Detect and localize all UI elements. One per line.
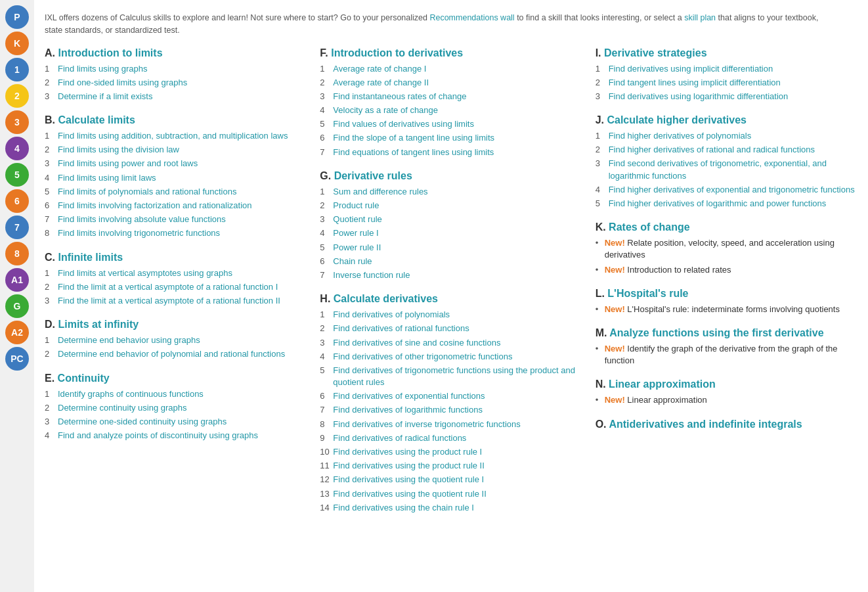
skill-link[interactable]: Inverse function rule — [333, 269, 410, 281]
skill-link[interactable]: Determine one-sided continuity using gra… — [58, 416, 227, 428]
section-d: D. Limits at infinity1Determine end beha… — [45, 319, 304, 360]
skill-link[interactable]: Find limits involving trigonometric func… — [58, 227, 220, 239]
skill-link[interactable]: Find derivatives of other trigonometric … — [333, 351, 512, 363]
skill-link[interactable]: Find limits using graphs — [58, 63, 148, 75]
skill-link[interactable]: Find derivatives of logarithmic function… — [333, 404, 483, 416]
sidebar-btn-k[interactable]: K — [5, 32, 29, 55]
skill-link[interactable]: Identify graphs of continuous functions — [58, 388, 204, 400]
recommendations-link[interactable]: Recommendations wall — [429, 13, 514, 22]
content-columns: A. Introduction to limits1Find limits us… — [45, 47, 855, 526]
skill-link[interactable]: Find derivatives of rational functions — [333, 323, 469, 334]
skill-link[interactable]: Sum and difference rules — [333, 186, 427, 198]
section-j-skill-list: 1Find higher derivatives of polynomials2… — [596, 130, 855, 210]
list-item: •New! Introduction to related rates — [596, 264, 855, 276]
skill-link[interactable]: Find limits of polynomials and rational … — [58, 186, 236, 198]
list-item: •New! Linear approximation — [596, 394, 855, 406]
skill-link[interactable]: Find tangent lines using implicit differ… — [609, 77, 781, 89]
skill-link[interactable]: Find values of derivatives using limits — [333, 118, 474, 130]
skill-link[interactable]: Find higher derivatives of polynomials — [609, 130, 752, 142]
skill-link[interactable]: Find derivatives using the quotient rule… — [333, 474, 484, 486]
skill-link[interactable]: Average rate of change I — [333, 63, 426, 75]
skill-num: 12 — [320, 474, 330, 486]
bullet-dot: • — [596, 237, 602, 261]
skill-link[interactable]: Quotient rule — [333, 214, 381, 225]
sidebar-btn-8[interactable]: 8 — [5, 242, 29, 265]
sidebar-btn-5[interactable]: 5 — [5, 163, 29, 187]
sidebar-btn-6[interactable]: 6 — [5, 189, 29, 213]
skill-link[interactable]: Determine if a limit exists — [58, 91, 152, 102]
skill-link[interactable]: Find the slope of a tangent line using l… — [333, 132, 494, 144]
sidebar-btn-2[interactable]: 2 — [5, 84, 29, 108]
skill-link[interactable]: Power rule II — [333, 242, 381, 254]
section-m-bullet-list: •New! Identify the graph of the derivati… — [596, 343, 855, 367]
sidebar: PK12345678A1GA2PC — [0, 0, 34, 592]
skill-num: 3 — [45, 416, 55, 428]
skill-plan-link[interactable]: skill plan — [684, 13, 716, 22]
sidebar-btn-p[interactable]: P — [5, 5, 29, 29]
new-badge: New! — [605, 238, 625, 248]
skill-link[interactable]: Find derivatives using the product rule … — [333, 446, 482, 458]
skill-link[interactable]: Find limits using limit laws — [58, 172, 156, 184]
skill-link[interactable]: Find one-sided limits using graphs — [58, 77, 187, 89]
section-a: A. Introduction to limits1Find limits us… — [45, 47, 304, 103]
skill-link[interactable]: Find the limit at a vertical asymptote o… — [58, 295, 280, 307]
skill-num: 4 — [320, 104, 330, 116]
skill-link[interactable]: Average rate of change II — [333, 77, 429, 89]
skill-link[interactable]: Power rule I — [333, 227, 378, 239]
skill-link[interactable]: Find and analyze points of discontinuity… — [58, 430, 258, 442]
skill-link[interactable]: Find derivatives of inverse trigonometri… — [333, 419, 520, 430]
skill-link[interactable]: Find limits involving absolute value fun… — [58, 214, 226, 225]
skill-link[interactable]: Find derivatives using implicit differen… — [609, 63, 773, 75]
sidebar-btn-pc[interactable]: PC — [5, 347, 29, 371]
section-l-bullet-list: •New! L'Hospital's rule: indeterminate f… — [596, 304, 855, 315]
section-c-letter: C. — [45, 252, 55, 263]
skill-link[interactable]: Find equations of tangent lines using li… — [333, 147, 494, 158]
list-item: 2Find tangent lines using implicit diffe… — [596, 77, 855, 89]
list-item: 7Find equations of tangent lines using l… — [320, 147, 579, 158]
skill-link[interactable]: Determine continuity using graphs — [58, 402, 187, 414]
section-j-letter: J. — [596, 114, 604, 125]
bullet-text: New! Identify the graph of the derivativ… — [605, 343, 855, 367]
skill-link[interactable]: Find limits at vertical asymptotes using… — [58, 267, 232, 279]
skill-link[interactable]: Find derivatives using the chain rule I — [333, 502, 474, 514]
skill-link[interactable]: Chain rule — [333, 256, 372, 267]
skill-num: 2 — [45, 144, 55, 156]
skill-link[interactable]: Find higher derivatives of exponential a… — [609, 184, 855, 196]
skill-link[interactable]: Find derivatives of polynomials — [333, 309, 450, 321]
skill-link[interactable]: Find limits using power and root laws — [58, 158, 198, 170]
sidebar-btn-3[interactable]: 3 — [5, 110, 29, 134]
skill-link[interactable]: Find derivatives using the product rule … — [333, 460, 485, 472]
sidebar-btn-a2[interactable]: A2 — [5, 321, 29, 344]
sidebar-btn-a1[interactable]: A1 — [5, 268, 29, 292]
skill-link[interactable]: Find derivatives of sine and cosine func… — [333, 337, 500, 349]
skill-link[interactable]: Find instantaneous rates of change — [333, 91, 466, 102]
skill-link[interactable]: Product rule — [333, 200, 379, 212]
list-item: 6Find limits involving factorization and… — [45, 200, 304, 212]
sidebar-btn-7[interactable]: 7 — [5, 216, 29, 239]
list-item: •New! Relate position, velocity, speed, … — [596, 237, 855, 261]
skill-link[interactable]: Find limits involving factorization and … — [58, 200, 252, 212]
skill-link[interactable]: Find limits using the division law — [58, 144, 179, 156]
skill-num: 8 — [320, 419, 330, 430]
skill-link[interactable]: Find second derivatives of trigonometric… — [609, 158, 855, 181]
skill-num: 1 — [45, 130, 55, 142]
skill-link[interactable]: Find derivatives of exponential function… — [333, 390, 485, 402]
skill-link[interactable]: Find higher derivatives of rational and … — [609, 144, 815, 156]
section-l: L. L'Hospital's rule•New! L'Hospital's r… — [596, 288, 855, 315]
section-l-title: L. L'Hospital's rule — [596, 288, 855, 300]
sidebar-btn-1[interactable]: 1 — [5, 58, 29, 81]
skill-link[interactable]: Find derivatives of trigonometric functi… — [333, 365, 579, 388]
skill-link[interactable]: Determine end behavior of polynomial and… — [58, 348, 285, 360]
skill-link[interactable]: Find the limit at a vertical asymptote o… — [58, 281, 278, 293]
skill-num: 4 — [45, 172, 55, 184]
skill-link[interactable]: Find derivatives using logarithmic diffe… — [609, 91, 789, 102]
skill-link[interactable]: Find derivatives using the quotient rule… — [333, 488, 486, 500]
sidebar-btn-g[interactable]: G — [5, 294, 29, 318]
list-item: 2Find derivatives of rational functions — [320, 323, 579, 334]
skill-link[interactable]: Find limits using addition, subtraction,… — [58, 130, 288, 142]
skill-link[interactable]: Find derivatives of radical functions — [333, 432, 466, 444]
skill-link[interactable]: Velocity as a rate of change — [333, 104, 438, 116]
skill-link[interactable]: Find higher derivatives of logarithmic a… — [609, 198, 827, 210]
skill-link[interactable]: Determine end behavior using graphs — [58, 334, 200, 346]
sidebar-btn-4[interactable]: 4 — [5, 137, 29, 160]
